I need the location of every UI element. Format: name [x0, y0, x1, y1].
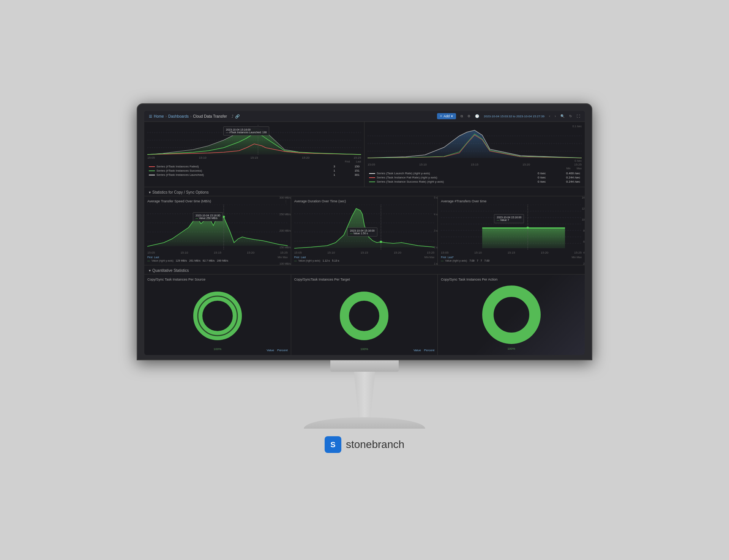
share-icon[interactable]: ⤴: [232, 114, 234, 118]
refresh-icon[interactable]: ↻: [569, 114, 572, 118]
legend-row-success: Series (#Task Instances Success) 1 151: [147, 169, 361, 173]
max-header: Max: [577, 167, 582, 170]
donut1-percent: 100%: [214, 347, 221, 351]
add-button[interactable]: + Add ▾: [437, 113, 456, 119]
donut-target: Copy/SyncTask Instances Per Target 100%: [291, 274, 438, 355]
chart3-bottom: First Last* Min Max: [441, 256, 582, 259]
chart1-title: Average Transfer Speed Over time (MB/s): [147, 199, 288, 203]
chart3-legend-label: —Value (right y-axis): [441, 259, 468, 262]
chart1-legend-label: —Value (right y-axis): [147, 259, 174, 262]
chart2-y-labels: 5 s 4 s 3 s 2 s 1 s: [418, 196, 437, 265]
right-y-top: 0.1 /sec: [572, 125, 582, 128]
chart1-tooltip-date: 2023-10-04 15:16:00: [196, 214, 220, 217]
chart-duration: Average Duration Over Time (sec): [291, 196, 438, 265]
svg-point-31: [527, 227, 529, 229]
chart2-stat-row: —Value (right y-axis) 1.12 s 5.13 s: [294, 259, 435, 262]
min-header: Min: [566, 167, 570, 170]
add-icon: +: [440, 114, 442, 118]
quant-collapse-icon[interactable]: ▾: [149, 268, 151, 273]
donut2-title: Copy/SyncTask Instances Per Target: [294, 278, 435, 281]
chart2-x-labels: 15:05 15:10 15:15 15:20 15:25: [294, 250, 435, 255]
collapse-icon[interactable]: ▾: [149, 190, 151, 194]
chart3-y-labels: 14 12 10 8 6 4 2: [577, 196, 585, 265]
donut3-title: Copy/Sync Task Instances Per Action: [441, 278, 582, 281]
quant-section-title: Quantitative Statistics: [152, 268, 189, 273]
monitor-stand-neck: [349, 372, 380, 417]
next-icon[interactable]: ›: [555, 114, 556, 118]
time-range[interactable]: 2023-10-04 15:03:32 to 2023-10-04 15:27:…: [484, 115, 544, 118]
right-legend-row-1: Series (Task Launch Rate) (right y-axis)…: [368, 171, 582, 175]
chart3-area: 2023-10-04 15:16:00 — Value 7: [441, 205, 582, 250]
chart-transfers: Average #Transfers Over time: [438, 196, 585, 265]
legend-row-failed: Series (#Task Instances Failed) 3 150: [147, 164, 361, 169]
svg-point-20: [380, 241, 382, 243]
quant-section-header: ▾ Quantitative Statistics: [144, 265, 585, 274]
top-right-chart-area: [368, 128, 582, 159]
chart-transfer-speed: Average Transfer Speed Over time (MB/s) …: [144, 196, 291, 265]
right-legend-row-2: Series (Task Instance Fail Rate) (right …: [368, 175, 582, 180]
top-chart-left: 2023-10-04 15:16:00 — #Task Instances La…: [144, 122, 364, 187]
chart3-stat-row: —Value (right y-axis) 7.00 7 7 7.00: [441, 259, 582, 262]
last-header: Last: [356, 160, 361, 163]
prev-icon[interactable]: ‹: [549, 114, 550, 118]
top-bar: ☰ Home › Dashboards › Cloud Data Transfe…: [144, 111, 585, 122]
clock-icon: 🕐: [475, 114, 479, 118]
chart3-title: Average #Transfers Over time: [441, 199, 582, 203]
link-icon[interactable]: 🔗: [235, 114, 240, 118]
middle-charts: Average Transfer Speed Over time (MB/s) …: [144, 196, 585, 265]
left-chart-tooltip: 2023-10-04 15:16:00 — #Task Instances La…: [223, 126, 269, 136]
brand-name: stonebranch: [346, 439, 404, 451]
settings-icon[interactable]: ⚙: [467, 114, 470, 118]
top-bar-right: + Add ▾ ⧉ ⚙ 🕐 2023-10-04 15:03:32 to 202…: [437, 113, 580, 119]
donut-action: Copy/Sync Task Instances Per Action 100%: [438, 274, 585, 355]
tooltip-series: — #Task Instances Launched: 188: [226, 131, 267, 134]
donut1-title: Copy/Sync Task Instances Per Source: [147, 278, 288, 281]
svg-rect-28: [482, 227, 565, 248]
monitor-stand-top: [330, 360, 399, 372]
donut1-value-link[interactable]: Value: [267, 349, 274, 352]
svg-point-36: [344, 296, 384, 336]
stats-section-header: ▾ Statistics for Copy / Sync Options: [144, 187, 585, 196]
breadcrumb-dashboards[interactable]: Dashboards: [168, 114, 189, 118]
svg-point-38: [488, 291, 535, 338]
stats-section-title: Statistics for Copy / Sync Options: [152, 190, 208, 194]
breadcrumb-home[interactable]: Home: [154, 114, 164, 118]
legend-row-launched: Series (#Task Instances Launched) 1 301: [147, 173, 361, 177]
copy-icon[interactable]: ⧉: [461, 114, 463, 118]
search-icon[interactable]: 🔍: [560, 114, 565, 118]
monitor-wrapper: ☰ Home › Dashboards › Cloud Data Transfe…: [137, 103, 592, 457]
breadcrumb-current: Cloud Data Transfer: [193, 114, 227, 118]
chart3-x-labels: 15:05 15:10 15:15 15:20 15:25: [441, 250, 582, 255]
left-x-labels: 15:05 15:10 15:15 15:20 15:25: [147, 155, 361, 160]
donut3-percent: 100%: [507, 347, 515, 350]
chart2-bottom: First Last Min Max: [294, 256, 435, 259]
svg-point-34: [198, 296, 237, 336]
donut2-percent-link[interactable]: Percent: [424, 349, 435, 352]
chart1-area: 2023-10-04 15:16:00 — Value 250 MB/s: [147, 205, 288, 250]
chart1-stat-row: —Value (right y-axis) 129 MB/s 261 MB/s …: [147, 259, 288, 262]
chart2-tooltip: 2023-10-04 15:16:00 — Value 1.50 s: [347, 227, 377, 237]
chart2-legend-label: —Value (right y-axis): [294, 259, 321, 262]
donut-source: Copy/Sync Task Instances Per Source 100%: [144, 274, 291, 355]
donut2-percent: 100%: [360, 347, 368, 351]
top-left-chart-area: 2023-10-04 15:16:00 — #Task Instances La…: [147, 125, 361, 155]
donut3-center: 100%: [441, 284, 582, 345]
donut1-percent-link[interactable]: Percent: [277, 349, 288, 352]
chart1-x-labels: 15:05 15:10 15:15 15:20 15:25: [147, 250, 288, 255]
zoom-icon[interactable]: ⛶: [577, 114, 580, 118]
monitor-screen: ☰ Home › Dashboards › Cloud Data Transfe…: [137, 103, 592, 360]
brand-icon: S: [325, 436, 341, 453]
menu-icon[interactable]: ☰: [149, 114, 152, 118]
chart1-tooltip-val: — Value 250 MB/s: [196, 217, 220, 219]
add-label: Add: [443, 114, 450, 118]
right-legend-row-3: Series (Task Instance Success Rate) (rig…: [368, 180, 582, 184]
donut2-value-link[interactable]: Value: [413, 349, 421, 352]
screen-inner: ☰ Home › Dashboards › Cloud Data Transfe…: [144, 111, 585, 355]
donut-charts: Copy/Sync Task Instances Per Source 100%: [144, 274, 585, 355]
chart1-tooltip: 2023-10-04 15:16:00 — Value 250 MB/s: [193, 212, 223, 221]
chart1-y-labels: 300 MB/s 250 MB/s 200 MB/s 150 MB/s 100 …: [272, 196, 291, 265]
chart1-legend: First Last: [147, 256, 159, 259]
tooltip-date: 2023-10-04 15:16:00: [226, 128, 267, 131]
breadcrumb: ☰ Home › Dashboards › Cloud Data Transfe…: [149, 114, 240, 118]
top-charts: 2023-10-04 15:16:00 — #Task Instances La…: [144, 122, 585, 187]
